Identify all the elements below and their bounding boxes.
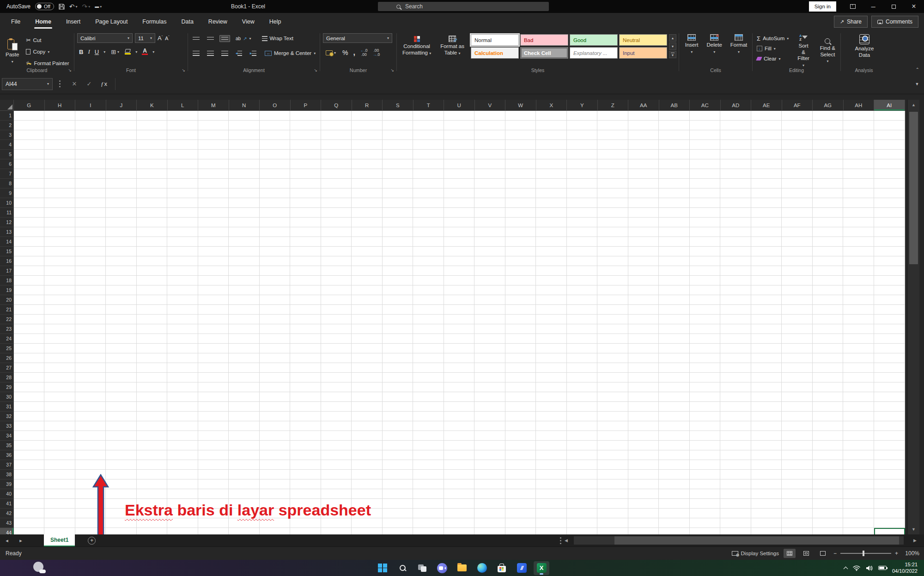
accounting-format-button[interactable]: ▾ (324, 48, 337, 58)
column-header-s[interactable]: S (383, 100, 413, 111)
decrease-indent-button[interactable]: ◂ (234, 49, 244, 58)
styles-scroll-down-button[interactable]: ▼ (669, 42, 676, 50)
row-header-31[interactable]: 31 (0, 402, 14, 412)
column-header-y[interactable]: Y (567, 100, 598, 111)
cut-button[interactable]: ✂Cut (24, 35, 70, 45)
row-header-11[interactable]: 11 (0, 208, 14, 218)
row-header-44[interactable]: 44 (0, 528, 14, 534)
style-chip-calculation[interactable]: Calculation (471, 47, 519, 59)
row-header-12[interactable]: 12 (0, 218, 14, 227)
row-header-3[interactable]: 3 (0, 130, 14, 140)
row-header-37[interactable]: 37 (0, 460, 14, 470)
comments-button[interactable]: Comments (871, 16, 918, 28)
select-all-button[interactable] (0, 100, 14, 111)
battery-icon[interactable] (878, 566, 887, 570)
wifi-icon[interactable] (853, 565, 860, 571)
row-header-20[interactable]: 20 (0, 295, 14, 305)
column-header-x[interactable]: X (536, 100, 567, 111)
row-header-24[interactable]: 24 (0, 334, 14, 344)
autosum-button[interactable]: ΣAutoSum▾ (755, 34, 790, 42)
row-header-17[interactable]: 17 (0, 266, 14, 276)
increase-indent-button[interactable]: ▸ (248, 49, 258, 58)
cancel-formula-button[interactable]: ✕ (67, 80, 82, 87)
center-button[interactable] (205, 49, 215, 58)
horizontal-scrollbar[interactable] (574, 536, 904, 545)
fill-color-button[interactable] (125, 49, 131, 55)
collapse-ribbon-button[interactable]: ⌃ (916, 67, 919, 72)
display-settings-button[interactable]: Display Settings (732, 551, 779, 556)
row-header-40[interactable]: 40 (0, 489, 14, 499)
tab-help[interactable]: Help (262, 13, 289, 30)
undo-button[interactable]: ↶▾ (69, 3, 78, 10)
paste-button[interactable]: Paste ▾ (3, 33, 22, 68)
row-header-14[interactable]: 14 (0, 237, 14, 247)
row-header-27[interactable]: 27 (0, 363, 14, 373)
hscroll-right-arrow[interactable]: ▶ (913, 538, 917, 543)
tab-review[interactable]: Review (201, 13, 235, 30)
enter-formula-button[interactable]: ✓ (82, 80, 97, 87)
page-break-view-button[interactable] (817, 549, 829, 558)
column-header-w[interactable]: W (505, 100, 536, 111)
previous-sheet-button[interactable]: ◂ (0, 538, 14, 544)
task-view-button[interactable] (414, 561, 430, 575)
name-box-resizer[interactable] (59, 83, 61, 85)
underline-button[interactable]: U (95, 49, 99, 55)
formula-input[interactable] (115, 78, 910, 90)
top-align-button[interactable] (191, 34, 201, 43)
file-explorer-button[interactable] (454, 561, 470, 575)
find-select-button[interactable]: Find &Select ▾ (817, 33, 839, 69)
column-header-t[interactable]: T (413, 100, 444, 111)
clock[interactable]: 15:21 04/10/2022 (892, 562, 918, 575)
font-name-select[interactable]: Calibri▾ (77, 33, 133, 43)
column-header-n[interactable]: N (229, 100, 260, 111)
increase-decimal-button[interactable]: ←.0.00 (360, 49, 368, 57)
wrap-text-button[interactable]: Wrap Text (261, 33, 295, 43)
font-size-select[interactable]: 11▾ (135, 33, 155, 43)
column-header-q[interactable]: Q (321, 100, 352, 111)
column-header-u[interactable]: U (444, 100, 475, 111)
middle-align-button[interactable] (205, 34, 215, 43)
insert-function-button[interactable]: ƒx (97, 80, 111, 88)
row-header-39[interactable]: 39 (0, 479, 14, 489)
format-painter-button[interactable]: Format Painter (24, 58, 70, 68)
taskbar-search-button[interactable] (395, 561, 410, 575)
row-header-30[interactable]: 30 (0, 392, 14, 402)
sheet-bar-resizer[interactable] (560, 540, 561, 541)
row-header-10[interactable]: 10 (0, 198, 14, 208)
excel-taskbar-button[interactable]: X (534, 561, 549, 575)
analyze-data-button[interactable]: AnalyzeData (844, 33, 885, 60)
save-button[interactable] (59, 4, 65, 10)
column-header-z[interactable]: Z (598, 100, 629, 111)
close-button[interactable]: × (904, 0, 924, 13)
column-header-aa[interactable]: AA (628, 100, 659, 111)
bottom-align-button[interactable] (219, 35, 230, 42)
column-header-v[interactable]: V (475, 100, 506, 111)
horizontal-scroll-thumb[interactable] (614, 536, 899, 545)
name-box[interactable]: AI44▾ (2, 78, 53, 90)
number-format-select[interactable]: General▾ (323, 33, 392, 43)
column-header-r[interactable]: R (352, 100, 383, 111)
row-header-8[interactable]: 8 (0, 179, 14, 188)
row-header-19[interactable]: 19 (0, 285, 14, 295)
clipboard-dialog-launcher[interactable]: ↘ (68, 68, 72, 73)
row-header-18[interactable]: 18 (0, 276, 14, 285)
new-sheet-button[interactable]: + (88, 537, 96, 545)
column-header-af[interactable]: AF (782, 100, 813, 111)
column-header-ai[interactable]: AI (874, 100, 905, 111)
row-header-2[interactable]: 2 (0, 121, 14, 130)
clear-button[interactable]: Clear▾ (755, 55, 790, 63)
sign-in-button[interactable]: Sign in (809, 1, 836, 12)
row-header-25[interactable]: 25 (0, 344, 14, 353)
row-header-43[interactable]: 43 (0, 518, 14, 528)
copy-button[interactable]: Copy▾ (24, 47, 70, 57)
column-header-g[interactable]: G (14, 100, 45, 111)
row-header-29[interactable]: 29 (0, 382, 14, 392)
column-header-p[interactable]: P (291, 100, 322, 111)
zoom-out-button[interactable]: − (833, 550, 837, 557)
row-header-22[interactable]: 22 (0, 315, 14, 324)
tab-view[interactable]: View (235, 13, 262, 30)
row-header-41[interactable]: 41 (0, 499, 14, 509)
ribbon-display-options-button[interactable] (843, 0, 863, 13)
normal-view-button[interactable] (784, 549, 796, 558)
tab-data[interactable]: Data (174, 13, 201, 30)
